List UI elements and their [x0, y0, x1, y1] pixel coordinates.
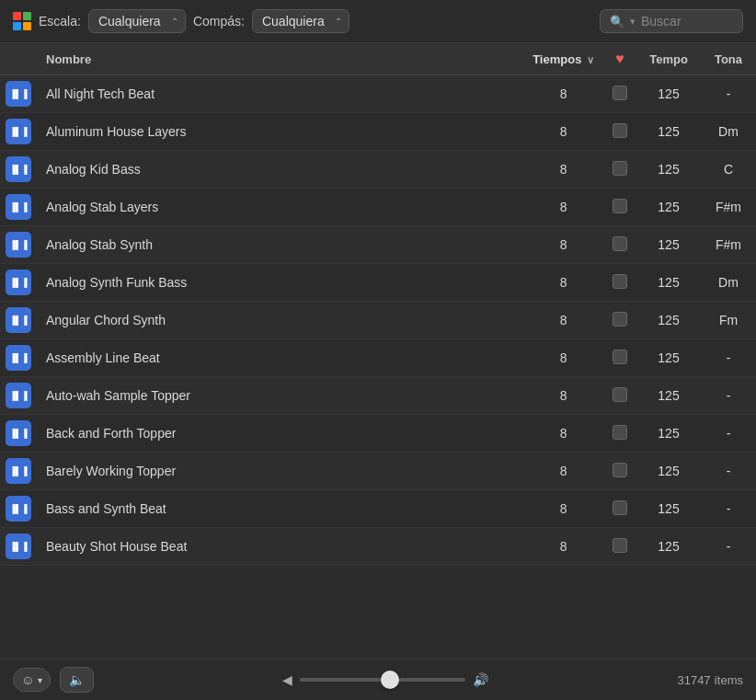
track-tempo: 125 — [636, 226, 701, 264]
track-tona: - — [701, 453, 756, 490]
track-heart-cell[interactable] — [603, 189, 636, 226]
heart-checkbox[interactable] — [613, 274, 627, 289]
compas-select[interactable]: Cualquiera — [252, 9, 349, 33]
track-tona: - — [701, 415, 756, 453]
track-icon-cell[interactable]: ▐▌▐ — [0, 528, 37, 566]
track-heart-cell[interactable] — [603, 302, 636, 339]
heart-checkbox[interactable] — [613, 199, 627, 213]
track-tiempos: 8 — [523, 151, 603, 189]
search-magnify-icon: ▾ — [630, 16, 636, 28]
volume-section: ◀ 🔊 — [103, 672, 668, 687]
track-heart-cell[interactable] — [603, 377, 636, 415]
heart-checkbox[interactable] — [613, 538, 627, 553]
track-tiempos: 8 — [523, 415, 603, 453]
track-tiempos: 8 — [523, 453, 603, 490]
track-name: Analog Kid Bass — [37, 151, 523, 189]
table-body: ▐▌▐All Night Tech Beat8125-▐▌▐Aluminum H… — [0, 75, 756, 566]
table-row[interactable]: ▐▌▐Back and Forth Topper8125- — [0, 415, 756, 453]
waveform-icon: ▐▌▐ — [6, 307, 31, 333]
track-tiempos: 8 — [523, 377, 603, 415]
track-heart-cell[interactable] — [603, 113, 636, 151]
heart-checkbox[interactable] — [613, 500, 627, 515]
emoji-button[interactable]: ☺ ▾ — [13, 668, 51, 692]
speaker-button[interactable]: 🔈 — [60, 667, 94, 693]
track-tiempos: 8 — [523, 189, 603, 226]
track-heart-cell[interactable] — [603, 339, 636, 377]
track-icon-cell[interactable]: ▐▌▐ — [0, 377, 37, 415]
track-tiempos: 8 — [523, 113, 603, 151]
track-tona: F#m — [701, 189, 756, 226]
compas-select-wrap[interactable]: Cualquiera ⌃ — [252, 9, 349, 33]
track-icon-cell[interactable]: ▐▌▐ — [0, 302, 37, 339]
col-header-tempo: Tempo — [636, 43, 701, 75]
track-icon-cell[interactable]: ▐▌▐ — [0, 339, 37, 377]
heart-checkbox[interactable] — [613, 123, 627, 138]
table-row[interactable]: ▐▌▐Aluminum House Layers8125Dm — [0, 113, 756, 151]
track-tona: C — [701, 151, 756, 189]
table-row[interactable]: ▐▌▐Analog Stab Layers8125F#m — [0, 189, 756, 226]
escala-select-wrap[interactable]: Cualquiera ⌃ — [88, 9, 186, 33]
track-heart-cell[interactable] — [603, 75, 636, 113]
track-icon-cell[interactable]: ▐▌▐ — [0, 415, 37, 453]
table-row[interactable]: ▐▌▐Analog Kid Bass8125C — [0, 151, 756, 189]
track-tempo: 125 — [636, 453, 701, 490]
track-icon-cell[interactable]: ▐▌▐ — [0, 490, 37, 528]
table-row[interactable]: ▐▌▐All Night Tech Beat8125- — [0, 75, 756, 113]
track-icon-cell[interactable]: ▐▌▐ — [0, 264, 37, 302]
track-name: Analog Synth Funk Bass — [37, 264, 523, 302]
heart-checkbox[interactable] — [613, 387, 627, 402]
track-heart-cell[interactable] — [603, 528, 636, 566]
search-input[interactable] — [641, 14, 733, 29]
track-icon-cell[interactable]: ▐▌▐ — [0, 226, 37, 264]
track-icon-cell[interactable]: ▐▌▐ — [0, 151, 37, 189]
heart-checkbox[interactable] — [613, 236, 627, 251]
table-row[interactable]: ▐▌▐Barely Working Topper8125- — [0, 453, 756, 490]
compas-label: Compás: — [193, 14, 245, 29]
track-tona: Dm — [701, 113, 756, 151]
track-name: Assembly Line Beat — [37, 339, 523, 377]
heart-checkbox[interactable] — [613, 463, 627, 477]
track-icon-cell[interactable]: ▐▌▐ — [0, 75, 37, 113]
track-tempo: 125 — [636, 264, 701, 302]
heart-checkbox[interactable] — [613, 350, 627, 364]
track-name: All Night Tech Beat — [37, 75, 523, 113]
track-tempo: 125 — [636, 113, 701, 151]
track-name: Aluminum House Layers — [37, 113, 523, 151]
heart-checkbox[interactable] — [613, 161, 627, 176]
track-tona: - — [701, 528, 756, 566]
track-heart-cell[interactable] — [603, 415, 636, 453]
track-tiempos: 8 — [523, 75, 603, 113]
track-heart-cell[interactable] — [603, 453, 636, 490]
track-icon-cell[interactable]: ▐▌▐ — [0, 113, 37, 151]
escala-select[interactable]: Cualquiera — [88, 9, 186, 33]
track-tona: - — [701, 339, 756, 377]
track-heart-cell[interactable] — [603, 226, 636, 264]
heart-checkbox[interactable] — [613, 312, 627, 327]
track-heart-cell[interactable] — [603, 264, 636, 302]
volume-slider[interactable] — [300, 678, 465, 682]
track-tiempos: 8 — [523, 226, 603, 264]
track-icon-cell[interactable]: ▐▌▐ — [0, 453, 37, 490]
table-row[interactable]: ▐▌▐Beauty Shot House Beat8125- — [0, 528, 756, 566]
table-row[interactable]: ▐▌▐Analog Stab Synth8125F#m — [0, 226, 756, 264]
track-tempo: 125 — [636, 151, 701, 189]
track-tempo: 125 — [636, 528, 701, 566]
heart-checkbox[interactable] — [613, 425, 627, 440]
track-heart-cell[interactable] — [603, 151, 636, 189]
col-header-tiempos[interactable]: Tiempos ∨ — [523, 43, 603, 75]
table-row[interactable]: ▐▌▐Bass and Synth Beat8125- — [0, 490, 756, 528]
track-icon-cell[interactable]: ▐▌▐ — [0, 189, 37, 226]
heart-checkbox[interactable] — [613, 86, 627, 100]
search-wrap[interactable]: 🔍 ▾ — [600, 9, 743, 33]
table-row[interactable]: ▐▌▐Angular Chord Synth8125Fm — [0, 302, 756, 339]
table-row[interactable]: ▐▌▐Analog Synth Funk Bass8125Dm — [0, 264, 756, 302]
waveform-icon: ▐▌▐ — [6, 383, 31, 408]
table-row[interactable]: ▐▌▐Auto-wah Sample Topper8125- — [0, 377, 756, 415]
items-count: 31747 ítems — [677, 673, 743, 687]
search-icon: 🔍 — [610, 15, 624, 29]
track-table: Nombre Tiempos ∨ ♥ Tempo Tona ▐▌▐All Nig… — [0, 43, 756, 566]
table-row[interactable]: ▐▌▐Assembly Line Beat8125- — [0, 339, 756, 377]
track-heart-cell[interactable] — [603, 490, 636, 528]
track-tempo: 125 — [636, 339, 701, 377]
track-tiempos: 8 — [523, 490, 603, 528]
